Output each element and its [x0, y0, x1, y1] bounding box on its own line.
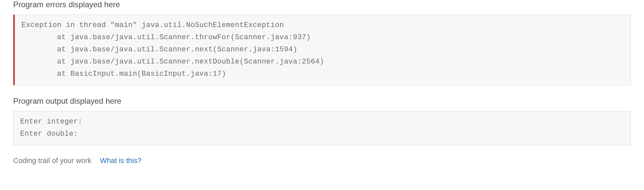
what-is-this-link[interactable]: What is this?	[100, 156, 141, 165]
coding-trail-label: Coding trail of your work	[13, 156, 91, 165]
footer-row: Coding trail of your work What is this?	[13, 156, 631, 165]
program-output-text: Enter integer: Enter double:	[20, 116, 624, 140]
program-errors-box: Exception in thread "main" java.util.NoS…	[13, 14, 631, 85]
program-output-box: Enter integer: Enter double:	[13, 111, 631, 145]
program-errors-heading: Program errors displayed here	[13, 0, 631, 9]
program-errors-text: Exception in thread "main" java.util.NoS…	[21, 19, 624, 80]
program-output-heading: Program output displayed here	[13, 96, 631, 106]
